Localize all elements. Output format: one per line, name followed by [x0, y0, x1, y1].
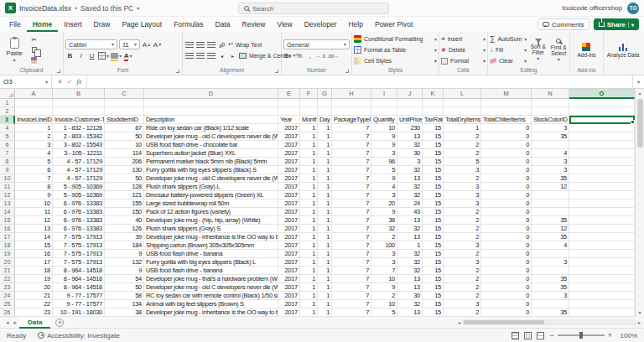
cell-I24[interactable]: 2	[371, 292, 397, 300]
cell-F8[interactable]: 1	[300, 158, 318, 166]
cell-G25[interactable]: 1	[318, 300, 332, 308]
cell-J6[interactable]: 32	[397, 141, 423, 149]
cell-L15[interactable]: 2	[444, 216, 481, 225]
cell-A18[interactable]: 15	[15, 241, 53, 250]
cell-E16[interactable]: 2017	[278, 225, 300, 233]
scroll-left-icon[interactable]: ◂	[458, 319, 460, 327]
cell-I19[interactable]: 3	[371, 250, 397, 258]
column-header-A[interactable]: A	[15, 89, 53, 99]
cell-A11[interactable]: 8	[15, 183, 53, 191]
cell-D16[interactable]: Plush shark slippers (Gray) S	[144, 225, 278, 233]
row-header-18[interactable]: 18	[0, 241, 15, 250]
cell-L26[interactable]: 2	[444, 308, 481, 317]
cell-D9[interactable]: Furry gorilla with big eyes slippers (Bl…	[144, 166, 278, 174]
align-middle-button[interactable]	[195, 40, 205, 49]
cell-I12[interactable]: 3	[371, 191, 397, 200]
cell-B20[interactable]: 7 - 575 - 17913	[53, 258, 105, 267]
cell-I7[interactable]: 3	[371, 149, 397, 158]
name-box-dropdown-icon[interactable]: ▾	[45, 80, 48, 85]
cell-A26[interactable]: 23	[15, 308, 53, 317]
cell-B22[interactable]: 8 - 964 - 14518	[53, 275, 105, 283]
cell-F6[interactable]: 1	[300, 141, 318, 149]
cell-D8[interactable]: Permanent marker black 5mm nib (Black) 5…	[144, 158, 278, 166]
cell-N24[interactable]: 3	[532, 292, 569, 300]
cell-J8[interactable]: 3	[397, 158, 423, 166]
cell-D2[interactable]	[144, 107, 278, 116]
cell-D23[interactable]: Developer joke mug - old C developers ne…	[144, 283, 278, 292]
cell-J1[interactable]	[397, 99, 423, 107]
cell-L9[interactable]: 3	[444, 166, 481, 174]
cell-G16[interactable]: 1	[318, 225, 332, 233]
vertical-scrollbar[interactable]: ▴ ▾	[635, 89, 644, 317]
cell-C9[interactable]: 130	[105, 166, 144, 174]
cell-J11[interactable]: 32	[397, 183, 423, 191]
cell-C25[interactable]: 134	[105, 300, 144, 308]
cell-K23[interactable]: 15	[423, 283, 444, 292]
cell-I22[interactable]: 10	[371, 275, 397, 283]
cell-E21[interactable]: 2017	[278, 267, 300, 275]
cell-B26[interactable]: 10 - 191 - 18030	[53, 308, 105, 317]
cell-B15[interactable]: 6 - 976 - 13383	[53, 216, 105, 225]
cell-K8[interactable]: 15	[423, 158, 444, 166]
cell-F25[interactable]: 1	[300, 300, 318, 308]
cell-B16[interactable]: 6 - 976 - 13383	[53, 225, 105, 233]
sheet-nav-right-icon[interactable]: ▸	[12, 319, 20, 326]
cell-D19[interactable]: USB food flash drive - banana	[144, 250, 278, 258]
cell-M23[interactable]: 0	[481, 283, 532, 292]
cell-D21[interactable]: USB food flash drive - banana	[144, 267, 278, 275]
cell-I13[interactable]: 20	[371, 200, 397, 208]
cell-E12[interactable]: 2017	[278, 191, 300, 200]
cell-M17[interactable]: 0	[481, 233, 532, 241]
cell-E11[interactable]: 2017	[278, 183, 300, 191]
insert-function-icon[interactable]: fx	[76, 78, 81, 86]
cell-O11[interactable]	[569, 183, 635, 191]
cell-K12[interactable]: 15	[423, 191, 444, 200]
cell-M10[interactable]: 0	[481, 174, 532, 183]
zoom-out-button[interactable]: −	[549, 332, 553, 339]
cell-G8[interactable]: 1	[318, 158, 332, 166]
cell-L3[interactable]: TotalDryItems	[444, 116, 481, 124]
ribbon-tab-power-pivot[interactable]: Power Pivot	[369, 17, 418, 32]
row-header-2[interactable]: 2	[0, 107, 15, 116]
cell-F26[interactable]: 1	[300, 308, 318, 317]
cell-N16[interactable]: 12	[532, 225, 569, 233]
cell-N17[interactable]: 35	[532, 233, 569, 241]
cell-J15[interactable]: 13	[397, 216, 423, 225]
cell-D13[interactable]: Large sized bubblewrap roll 50m	[144, 200, 278, 208]
cell-K7[interactable]: 15	[423, 149, 444, 158]
cell-J24[interactable]: 30	[397, 292, 423, 300]
cell-N26[interactable]: 35	[532, 308, 569, 317]
row-header-16[interactable]: 16	[0, 225, 15, 233]
cell-H7[interactable]: 7	[332, 149, 371, 158]
cell-G22[interactable]: 1	[318, 275, 332, 283]
alignment-dialog-launcher-icon[interactable]	[275, 70, 278, 73]
fill-color-button[interactable]: ▾	[111, 51, 122, 60]
cell-O25[interactable]	[569, 300, 635, 308]
clipboard-dialog-launcher-icon[interactable]	[57, 70, 60, 73]
scroll-down-icon[interactable]: ▾	[638, 308, 641, 317]
conditional-formatting-button[interactable]: Conditional Formatting▾	[354, 34, 437, 44]
cell-M11[interactable]: 0	[481, 183, 532, 191]
cell-I6[interactable]: 9	[371, 141, 397, 149]
cell-E6[interactable]: 2017	[278, 141, 300, 149]
cell-F3[interactable]: Month	[300, 116, 318, 124]
cell-E14[interactable]: 2017	[278, 208, 300, 216]
decrease-indent-button[interactable]: ◂	[217, 51, 226, 60]
row-header-4[interactable]: 4	[0, 124, 15, 132]
align-top-button[interactable]	[184, 40, 194, 49]
cell-G2[interactable]	[318, 107, 332, 116]
cell-K1[interactable]	[423, 99, 444, 107]
cell-H8[interactable]: 7	[332, 158, 371, 166]
sort-filter-button[interactable]: Sort & Filter▾	[529, 39, 548, 61]
number-dialog-launcher-icon[interactable]	[345, 70, 349, 73]
cell-G18[interactable]: 1	[318, 241, 332, 250]
cell-M26[interactable]: 0	[481, 308, 532, 317]
cell-C3[interactable]: StockItemID	[105, 116, 144, 124]
cell-I20[interactable]: 3	[371, 258, 397, 267]
font-size-select[interactable]: 11▾	[119, 39, 140, 49]
cell-B4[interactable]: 1 - 832 - 12126	[53, 124, 105, 132]
cell-H22[interactable]: 7	[332, 275, 371, 283]
cell-L8[interactable]: 5	[444, 158, 481, 166]
column-header-H[interactable]: H	[332, 89, 371, 99]
cell-H19[interactable]: 7	[332, 250, 371, 258]
